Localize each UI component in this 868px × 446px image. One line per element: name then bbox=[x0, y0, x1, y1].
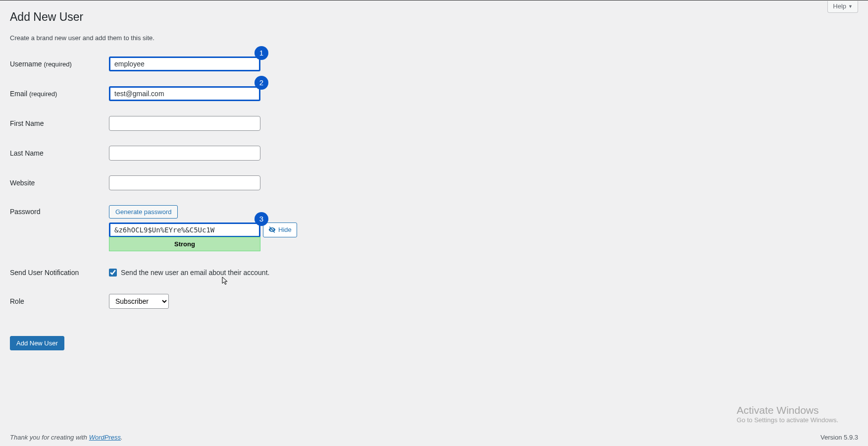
step-badge-3: 3 bbox=[255, 212, 268, 226]
firstname-input[interactable] bbox=[109, 116, 260, 131]
firstname-label: First Name bbox=[10, 119, 44, 127]
eye-slash-icon bbox=[268, 226, 276, 233]
password-label: Password bbox=[10, 208, 40, 216]
notification-checkbox-label[interactable]: Send the new user an email about their a… bbox=[109, 269, 853, 277]
notification-text: Send the new user an email about their a… bbox=[121, 269, 269, 277]
role-select[interactable]: Subscriber bbox=[109, 294, 169, 309]
username-label: Username bbox=[10, 60, 42, 68]
password-input[interactable] bbox=[109, 223, 260, 237]
page-title: Add New User bbox=[10, 5, 83, 27]
help-label: Help bbox=[833, 2, 846, 10]
email-input[interactable] bbox=[109, 86, 260, 101]
required-text: (required) bbox=[29, 90, 57, 98]
website-input[interactable] bbox=[109, 175, 260, 190]
step-badge-2: 2 bbox=[255, 76, 268, 90]
generate-password-button[interactable]: Generate password bbox=[109, 205, 178, 219]
add-new-user-button[interactable]: Add New User bbox=[10, 336, 64, 350]
lastname-input[interactable] bbox=[109, 146, 260, 161]
step-badge-1: 1 bbox=[255, 46, 268, 60]
notification-checkbox[interactable] bbox=[109, 269, 117, 277]
hide-password-button[interactable]: Hide bbox=[263, 223, 297, 237]
email-label: Email bbox=[10, 90, 27, 98]
footer-credit: Thank you for creating with WordPress. bbox=[10, 434, 123, 441]
website-label: Website bbox=[10, 179, 35, 187]
notification-label: Send User Notification bbox=[10, 269, 79, 277]
lastname-label: Last Name bbox=[10, 149, 44, 157]
page-subtitle: Create a brand new user and add them to … bbox=[10, 34, 858, 42]
chevron-down-icon: ▼ bbox=[848, 4, 853, 9]
help-tab-button[interactable]: Help ▼ bbox=[827, 1, 858, 13]
footer-version: Version 5.9.3 bbox=[820, 434, 858, 441]
username-input[interactable] bbox=[109, 56, 260, 71]
hide-label: Hide bbox=[278, 226, 292, 233]
required-text: (required) bbox=[44, 60, 71, 68]
windows-activation-watermark: Activate Windows Go to Settings to activ… bbox=[737, 404, 838, 424]
wordpress-link[interactable]: WordPress bbox=[89, 434, 121, 441]
password-strength-indicator: Strong bbox=[109, 237, 260, 251]
role-label: Role bbox=[10, 297, 24, 305]
